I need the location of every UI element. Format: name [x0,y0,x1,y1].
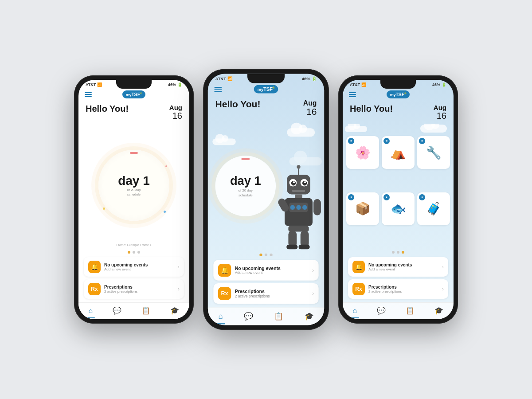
events-text-2: No upcoming events Add a new event [235,266,309,275]
clouds-3 [343,124,454,133]
grid-badge-5: ★ [383,194,390,200]
svg-point-8 [304,181,306,183]
events-chevron-1: › [178,264,180,270]
nav-home-2[interactable]: ⌂ [218,312,223,321]
month-1: Aug [169,104,182,111]
grid-badge-6: ★ [419,194,425,200]
phone-1: AT&T 📶 10:56 AM 46% 🔋 myTSF® [74,75,194,324]
rx-icon-3: Rx [352,283,365,295]
hamburger-1[interactable] [85,92,92,97]
status-right-2: 46% 🔋 [302,77,317,82]
day-2: 16 [303,107,317,116]
grid-item-4[interactable]: ★ 📦 [346,192,379,225]
nav-msg-2[interactable]: 💬 [244,312,253,321]
circle-wrapper-1: day 1 of 20 day schedule [98,150,169,221]
nav-home-3[interactable]: ⌂ [353,307,357,315]
cdot-3-2 [397,251,399,254]
app-header-2: Hello You! Aug 16 [208,96,325,120]
cdot-2-3 [270,254,272,256]
nav-msg-3[interactable]: 💬 [377,306,386,315]
phone-3: AT&T 📶 10:56 AM 46% 🔋 myTSF® [338,75,458,324]
cal-icon-1: 📋 [141,306,150,315]
svg-rect-20 [301,231,309,247]
grid-emoji-6: 🧳 [426,201,442,216]
grid-item-3[interactable]: ★ 🔧 [417,136,450,169]
wifi-icon-3: 📶 [361,82,366,87]
nav-bar-2: myTSF® [208,83,325,96]
date-1: Aug 16 [169,104,182,120]
events-title-3: No upcoming events [368,262,438,267]
events-title-1: No upcoming events [104,262,174,267]
list-items-3: 🔔 No upcoming events Add a new event › R… [343,257,454,302]
events-icon-2: 🔔 [218,264,231,277]
svg-rect-17 [313,199,321,215]
grid-badge-4: ★ [348,194,354,200]
logo-text-1: myTSF® [126,92,142,97]
svg-rect-10 [295,194,302,198]
msg-icon-2: 💬 [244,312,253,321]
bottom-nav-1: ⌂ 💬 📋 🎓 [78,302,189,319]
visual-1: day 1 of 20 day schedule [78,124,189,243]
cloud-1-2 [287,128,315,137]
cloud-2-2 [212,138,236,145]
yellow-dot-1 [103,207,105,210]
grid-item-5[interactable]: ★ 🐟 [382,192,415,225]
grid-badge-3: ★ [419,138,425,144]
rx-item-3[interactable]: Rx Prescriptions 2 active prescriptions … [348,279,448,299]
rx-text-2: Prescriptions 2 active prescriptions [235,289,309,298]
nav-home-1[interactable]: ⌂ [89,307,93,315]
msg-icon-1: 💬 [113,306,121,315]
rx-icon-1: Rx [88,283,101,295]
logo-2: myTSF® [254,85,278,94]
events-item-1[interactable]: 🔔 No upcoming events Add a new event › [84,257,184,277]
nav-edu-2[interactable]: 🎓 [305,312,314,321]
events-text-3: No upcoming events Add a new event [368,262,438,271]
events-item-2[interactable]: 🔔 No upcoming events Add a new event › [213,260,318,281]
red-bar-2 [241,158,250,160]
cloud-2-3 [345,126,367,132]
msg-icon-3: 💬 [377,306,386,315]
rx-sub-3: 2 active prescriptions [368,289,438,293]
grid-item-2[interactable]: ★ ⛺ [382,136,415,169]
day-1: 16 [169,111,182,120]
robot-2 [275,159,322,252]
svg-point-7 [293,181,295,183]
carrier-1: AT&T [86,82,96,87]
sky-visual-2: day 1 of 20 day schedule [208,120,325,251]
wifi-icon-1: 📶 [97,82,102,87]
rx-item-2[interactable]: Rx Prescriptions 2 active prescriptions … [213,283,318,304]
grid-item-6[interactable]: ★ 🧳 [417,192,450,225]
nav-cal-1[interactable]: 📋 [141,306,150,315]
day-inner-2: day 1 of 20 day schedule [230,174,261,198]
grid-item-1[interactable]: ★ 🌸 [346,136,379,169]
nav-cal-3[interactable]: 📋 [406,306,415,315]
cdot-2-2 [265,254,267,256]
phone-2-screen: AT&T 📶 10:56 AM 46% 🔋 myTSF® [208,74,325,325]
status-left-3: AT&T 📶 [350,82,366,87]
list-items-2: 🔔 No upcoming events Add a new event › R… [208,260,325,308]
nav-edu-1[interactable]: 🎓 [170,306,179,315]
hamburger-3[interactable] [349,92,356,97]
rx-title-1: Prescriptions [104,285,174,289]
bottom-nav-2: ⌂ 💬 📋 🎓 [208,308,325,325]
svg-point-1 [297,165,300,168]
cdot-1-3 [137,251,140,254]
events-sub-3: Add a new event [368,267,438,271]
status-right-1: 46% 🔋 [168,82,182,87]
day-label-2: of 20 day schedule [230,188,261,198]
nav-cal-2[interactable]: 📋 [274,312,283,321]
events-item-3[interactable]: 🔔 No upcoming events Add a new event › [348,257,448,277]
grid-badge-1: ★ [348,138,354,144]
phones-container: AT&T 📶 10:56 AM 46% 🔋 myTSF® [74,75,458,324]
nav-msg-1[interactable]: 💬 [113,306,121,315]
day-circle-1: day 1 of 20 day schedule [98,150,169,221]
rx-item-1[interactable]: Rx Prescriptions 2 active prescriptions … [84,279,184,299]
events-sub-2: Add a new event [235,271,309,275]
nav-edu-3[interactable]: 🎓 [434,306,443,315]
battery-icon-3: 🔋 [442,82,446,87]
events-chevron-3: › [442,264,444,270]
robot-svg-2 [275,159,322,252]
red-bar-1 [130,152,138,154]
phone-2-notch [247,74,285,83]
hamburger-2[interactable] [214,86,222,92]
